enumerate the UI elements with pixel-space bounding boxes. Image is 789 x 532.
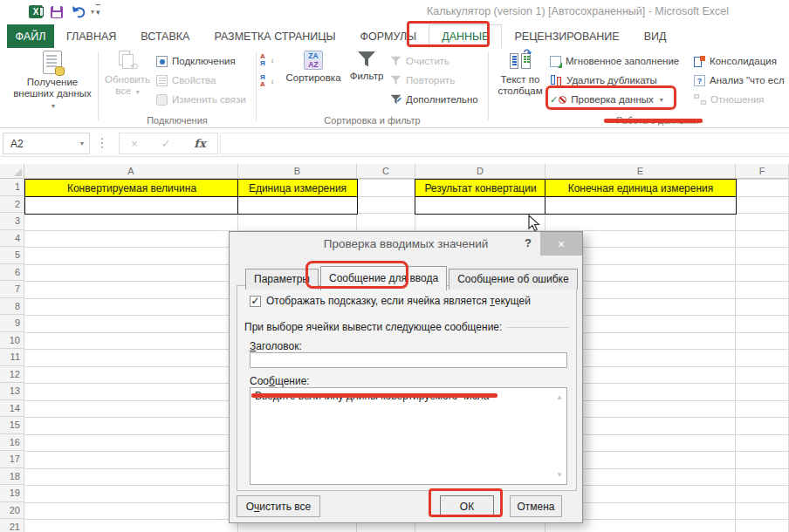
dialog-tab-page: ✓ Отображать подсказку, если ячейка явля… xyxy=(237,285,577,491)
dialog-tab-soobshchenie-dlya-vvoda[interactable]: Сообщение для ввода xyxy=(320,266,447,290)
reapply-filter-button[interactable]: Повторить xyxy=(390,72,478,89)
remove-duplicates-icon xyxy=(550,75,562,86)
cell-E1[interactable]: Конечная единица измерения xyxy=(545,179,737,197)
cell-D1[interactable]: Результат конвертации xyxy=(415,179,546,197)
text-to-columns-icon: ↷ xyxy=(510,51,531,72)
gridline-vertical xyxy=(735,164,736,532)
flash-fill-button[interactable]: Мгновенное заполнение xyxy=(550,52,679,70)
edit-links-button[interactable]: Изменить связи xyxy=(156,91,246,108)
row-header-6[interactable]: 6 xyxy=(0,264,24,282)
name-box[interactable]: A2 ▾ xyxy=(3,133,90,154)
row-header-16[interactable]: 16 xyxy=(0,434,24,452)
row-header-5[interactable]: 5 xyxy=(0,247,24,264)
group-sort-filter: АЯ ↓ ЯА ↓ ZAAZ Сортировка Фильтр Очистит… xyxy=(257,48,487,128)
row-header-2[interactable]: 2 xyxy=(0,196,24,214)
save-icon[interactable] xyxy=(51,4,63,19)
select-all-corner[interactable] xyxy=(0,164,24,179)
sort-ascending-icon: АЯ xyxy=(260,53,265,67)
formula-input[interactable] xyxy=(220,133,789,154)
confirm-entry-icon[interactable]: ✓ xyxy=(161,137,171,150)
tab-file[interactable]: ФАЙЛ xyxy=(7,24,54,48)
relationships-button[interactable]: Отношения xyxy=(694,91,785,108)
row-header-11[interactable]: 11 xyxy=(0,349,24,366)
cell-B2[interactable] xyxy=(237,196,358,215)
column-header-F[interactable]: F xyxy=(736,164,789,179)
remove-duplicates-button[interactable]: Удалить дубликаты xyxy=(550,72,679,89)
clear-filter-button[interactable]: Очистить xyxy=(390,52,478,70)
refresh-all-button[interactable]: ⟲ Обновить все ▾ xyxy=(103,51,152,98)
message-textarea[interactable]: Введите величину длины ковертируемого чи… xyxy=(250,387,567,485)
tab-recenzirovanie[interactable]: РЕЦЕНЗИРОВАНИЕ xyxy=(502,24,631,48)
row-header-14[interactable]: 14 xyxy=(0,400,24,418)
row-header-20[interactable]: 20 xyxy=(0,502,24,520)
sort-dialog-icon: ZAAZ xyxy=(304,51,323,70)
tab-razmetka[interactable]: РАЗМЕТКА СТРАНИЦЫ xyxy=(202,24,347,48)
tab-glavnaya[interactable]: ГЛАВНАЯ xyxy=(54,24,128,48)
filter-button[interactable]: Фильтр xyxy=(346,51,387,82)
row-header-18[interactable]: 18 xyxy=(0,468,24,486)
cell-B1[interactable]: Единица измерения xyxy=(237,179,358,197)
consolidate-button[interactable]: Консолидация xyxy=(694,52,785,70)
row-header-21[interactable]: 21 xyxy=(0,519,24,532)
row-header-12[interactable]: 12 xyxy=(0,366,24,384)
cell-D2[interactable] xyxy=(415,196,546,215)
name-box-caret[interactable]: ▾ xyxy=(80,140,84,147)
scroll-up-icon[interactable]: ▲ xyxy=(554,391,565,404)
undo-icon[interactable]: ▾ xyxy=(72,4,94,19)
row-header-10[interactable]: 10 xyxy=(0,332,24,350)
tab-vstavka[interactable]: ВСТАВКА xyxy=(128,24,202,48)
data-validation-dropdown-caret[interactable]: ▾ xyxy=(660,96,663,104)
properties-button[interactable]: Свойства xyxy=(156,72,246,89)
row-header-19[interactable]: 19 xyxy=(0,485,24,502)
dialog-tab-soobshchenie-ob-oshibke[interactable]: Сообщение об ошибке xyxy=(449,269,577,290)
dialog-tabs: Параметры Сообщение для ввода Сообщение … xyxy=(245,265,580,290)
sort-ascending-button[interactable]: АЯ ↓ xyxy=(260,53,274,67)
tab-formuly[interactable]: ФОРМУЛЫ xyxy=(348,24,429,48)
show-input-message-checkbox[interactable]: ✓ xyxy=(250,296,261,307)
cell-E2[interactable] xyxy=(545,196,737,215)
row-header-17[interactable]: 17 xyxy=(0,451,24,468)
excel-logo-icon: X xyxy=(29,4,44,19)
column-header-B[interactable]: B xyxy=(238,164,357,179)
connections-button[interactable]: Подключения xyxy=(156,52,246,70)
clear-all-button[interactable]: Очистить все xyxy=(237,495,320,517)
scroll-down-icon[interactable]: ▼ xyxy=(554,468,565,481)
cancel-button[interactable]: Отмена xyxy=(510,495,562,517)
dialog-close-icon[interactable]: × xyxy=(540,232,582,256)
column-header-C[interactable]: C xyxy=(357,164,415,179)
cancel-entry-icon[interactable]: × xyxy=(131,137,138,150)
cell-A2[interactable] xyxy=(24,196,239,215)
column-header-D[interactable]: D xyxy=(415,164,545,179)
sort-descending-icon: ЯА xyxy=(260,74,265,88)
row-header-1[interactable]: 1 xyxy=(0,179,24,196)
customize-qat-icon[interactable]: ▾ xyxy=(96,4,100,19)
row-header-4[interactable]: 4 xyxy=(0,230,24,248)
insert-function-icon[interactable]: fx xyxy=(194,137,205,150)
dialog-help-icon[interactable]: ? xyxy=(525,236,532,249)
row-header-9[interactable]: 9 xyxy=(0,315,24,332)
column-header-E[interactable]: E xyxy=(545,164,736,179)
advanced-filter-button[interactable]: Дополнительно xyxy=(390,91,478,108)
get-external-data-button[interactable]: Получение внешних данных ▾ xyxy=(10,51,94,112)
flash-fill-icon xyxy=(550,56,561,67)
data-validation-button[interactable]: ✓ Проверка данных ▾ xyxy=(550,91,679,108)
row-header-7[interactable]: 7 xyxy=(0,281,24,298)
text-to-columns-button[interactable]: ↷ Текст по столбцам xyxy=(494,51,546,97)
title-input[interactable] xyxy=(250,352,567,368)
ok-button[interactable]: ОК xyxy=(440,495,494,517)
sort-button[interactable]: ZAAZ Сортировка xyxy=(284,51,343,84)
tab-vid[interactable]: ВИД xyxy=(632,24,679,48)
row-header-15[interactable]: 15 xyxy=(0,417,24,434)
row-header-8[interactable]: 8 xyxy=(0,298,24,316)
what-if-analysis-button[interactable]: ? Анализ "что есл xyxy=(694,72,785,89)
undo-dropdown-caret[interactable]: ▾ xyxy=(91,8,94,16)
dialog-tab-parametry[interactable]: Параметры xyxy=(245,269,319,290)
cell-A1[interactable]: Конвертируемая величина xyxy=(24,179,239,197)
row-header-3[interactable]: 3 xyxy=(0,213,24,230)
sort-descending-button[interactable]: ЯА ↓ xyxy=(260,74,274,88)
data-validation-dialog: Проверка вводимых значений ? × Параметры… xyxy=(229,231,583,523)
row-header-13[interactable]: 13 xyxy=(0,383,24,400)
tab-dannye[interactable]: ДАННЫЕ xyxy=(429,24,502,48)
column-header-A[interactable]: A xyxy=(24,164,238,179)
edit-links-icon xyxy=(156,94,168,106)
